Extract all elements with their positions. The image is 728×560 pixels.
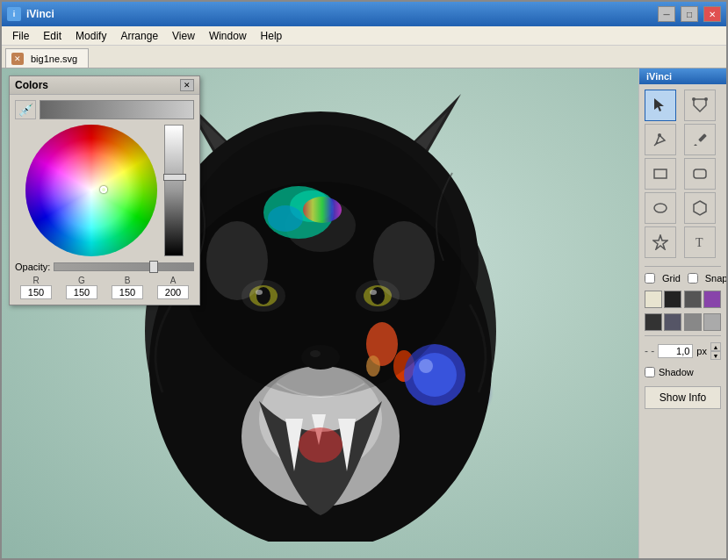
snap-checkbox[interactable]: [688, 273, 698, 284]
colors-panel-close[interactable]: ✕: [180, 79, 194, 91]
stroke-decrement-button[interactable]: ▼: [710, 351, 721, 360]
opacity-slider[interactable]: [54, 262, 194, 271]
color-wheel-container: [25, 125, 184, 256]
right-toolbar: iVinci: [638, 68, 726, 558]
tab-close-button[interactable]: ✕: [11, 53, 24, 65]
minimize-button[interactable]: ─: [658, 6, 675, 22]
svg-point-19: [692, 97, 696, 101]
shadow-label: Shadow: [659, 367, 694, 377]
text-tool-button[interactable]: T: [684, 226, 716, 258]
toolbar-header: iVinci: [639, 68, 726, 84]
opacity-label: Opacity:: [15, 262, 50, 272]
brightness-thumb[interactable]: [163, 174, 186, 181]
swatch-dark-blue[interactable]: [664, 313, 681, 331]
brightness-slider[interactable]: [164, 125, 184, 256]
colors-panel-header: Colors ✕: [10, 76, 199, 95]
menu-help[interactable]: Help: [254, 28, 290, 44]
svg-marker-24: [694, 144, 697, 146]
title-bar: i iVinci ─ □ ✕: [2, 2, 726, 26]
stroke-unit-label: px: [696, 346, 707, 356]
star-tool-button[interactable]: [645, 226, 676, 258]
stroke-row: - - px ▲ ▼: [639, 339, 726, 363]
document-tab[interactable]: ✕ big1ne.svg: [5, 48, 89, 68]
tab-bar: ✕ big1ne.svg: [2, 46, 726, 68]
color-wheel-cursor: [100, 186, 107, 193]
grid-checkbox[interactable]: [645, 273, 655, 284]
swatch-purple[interactable]: [703, 291, 721, 308]
select-tool-button[interactable]: [645, 90, 676, 121]
rounded-rect-tool-button[interactable]: [684, 158, 716, 190]
svg-marker-17: [654, 98, 664, 111]
color-gradient-bar[interactable]: [40, 100, 194, 119]
svg-point-27: [654, 204, 667, 212]
ellipse-tool-button[interactable]: [645, 192, 676, 224]
swatch-dark2[interactable]: [645, 313, 662, 331]
tab-filename: big1ne.svg: [31, 54, 77, 64]
opacity-thumb[interactable]: [149, 261, 158, 273]
menu-file[interactable]: File: [5, 28, 36, 44]
main-window: i iVinci ─ □ ✕ File Edit Modify Arrange …: [0, 0, 728, 560]
a-input[interactable]: [157, 285, 189, 299]
b-cell: B: [106, 276, 148, 299]
b-label: B: [125, 276, 131, 285]
shadow-row: Shadow: [639, 363, 726, 381]
svg-point-11: [413, 353, 457, 397]
svg-point-16: [180, 125, 461, 397]
svg-point-20: [704, 97, 708, 101]
menu-arrange[interactable]: Arrange: [113, 28, 165, 44]
menu-bar: File Edit Modify Arrange View Window Hel…: [2, 26, 726, 46]
menu-edit[interactable]: Edit: [36, 28, 68, 44]
toolbar-divider-2: [645, 335, 721, 336]
pen-tool-button[interactable]: [645, 124, 676, 155]
close-button[interactable]: ✕: [703, 6, 721, 22]
g-cell: G: [61, 276, 103, 299]
eyedropper-row: 💉: [15, 100, 194, 119]
a-label: A: [170, 276, 177, 285]
toolbar-checkboxes: Grid Snap: [639, 269, 726, 287]
show-info-button[interactable]: Show Info: [645, 386, 721, 409]
rect-tool-button[interactable]: [645, 158, 676, 190]
menu-modify[interactable]: Modify: [68, 28, 113, 44]
stroke-width-input[interactable]: [658, 344, 693, 358]
g-label: G: [78, 276, 85, 285]
svg-rect-23: [698, 133, 707, 142]
shadow-checkbox[interactable]: [645, 367, 655, 377]
r-cell: R: [15, 276, 57, 299]
color-swatches-row2: [639, 312, 726, 333]
pencil-tool-button[interactable]: [684, 124, 716, 155]
r-input[interactable]: [20, 285, 52, 299]
node-tool-button[interactable]: [684, 90, 716, 121]
menu-view[interactable]: View: [165, 28, 202, 44]
a-cell: A: [152, 276, 194, 299]
svg-text:T: T: [696, 236, 703, 249]
canvas-area[interactable]: Colors ✕ 💉: [2, 68, 638, 558]
opacity-row: Opacity:: [15, 262, 194, 272]
toolbar-tools: T: [639, 84, 726, 263]
svg-rect-25: [654, 169, 667, 178]
svg-marker-18: [694, 99, 706, 111]
stroke-increment-button[interactable]: ▲: [710, 342, 721, 351]
swatch-gray2[interactable]: [684, 313, 702, 331]
menu-window[interactable]: Window: [202, 28, 254, 44]
svg-marker-29: [653, 235, 667, 249]
eyedropper-button[interactable]: 💉: [15, 100, 36, 119]
rgba-row: R G B A: [15, 276, 194, 299]
swatch-light-gray[interactable]: [703, 313, 721, 331]
color-swatches-row1: [639, 287, 726, 312]
stroke-spinners: ▲ ▼: [710, 342, 721, 360]
color-wheel-dark-overlay: [25, 125, 157, 256]
polygon-tool-button[interactable]: [684, 192, 716, 224]
b-input[interactable]: [112, 285, 143, 299]
tongue: [299, 427, 342, 463]
main-area: Colors ✕ 💉: [2, 68, 726, 558]
swatch-dark[interactable]: [664, 291, 681, 308]
swatch-light[interactable]: [645, 291, 662, 308]
swatch-gray[interactable]: [684, 291, 702, 308]
maximize-button[interactable]: □: [681, 6, 698, 22]
svg-rect-26: [694, 169, 706, 178]
colors-panel-title: Colors: [15, 79, 48, 91]
app-icon: i: [7, 7, 21, 21]
svg-marker-28: [694, 201, 706, 215]
colors-panel-content: 💉 Opacity:: [10, 95, 199, 305]
g-input[interactable]: [66, 285, 97, 299]
